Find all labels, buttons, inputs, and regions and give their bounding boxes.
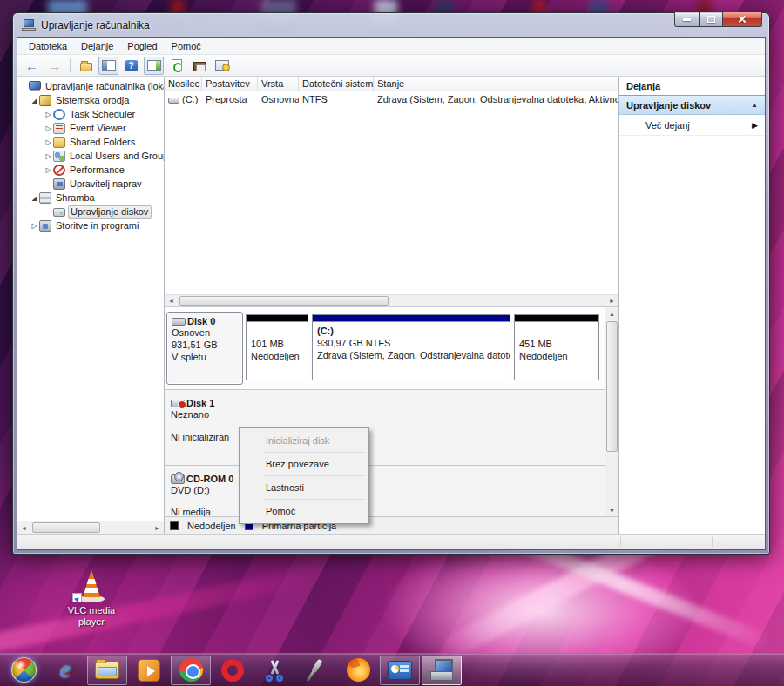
partition-c[interactable]: (C:)930,97 GB NTFSZdrava (Sistem, Zagon,…	[312, 314, 510, 380]
taskbar-media-player[interactable]	[129, 656, 169, 685]
tree-horizontal-scrollbar[interactable]: ◄ ►	[17, 521, 164, 534]
scroll-right-icon[interactable]: ►	[605, 298, 618, 304]
menu-dejanje[interactable]: Dejanje	[75, 39, 119, 53]
folder-icon	[80, 63, 92, 71]
disk0-label-cell[interactable]: Disk 0 Osnoven 931,51 GB V spletu	[166, 312, 243, 385]
tree-item-services[interactable]: ▷Storitve in programi	[17, 219, 164, 232]
shared-folders-icon	[53, 137, 65, 148]
event-viewer-icon	[53, 123, 65, 134]
context-menu-properties[interactable]: Lastnosti	[240, 477, 368, 498]
tree-item-local-users[interactable]: ▷Local Users and Groups	[17, 149, 164, 163]
volume-list-horizontal-scrollbar[interactable]: ◄ ►	[165, 294, 618, 307]
shortcut-arrow-icon	[72, 593, 82, 602]
column-header-postavitev[interactable]: Postavitev	[202, 77, 258, 91]
scroll-right-icon[interactable]: ►	[151, 525, 164, 531]
desktop-shortcut-vlc[interactable]: VLC media player	[54, 568, 129, 628]
context-menu-initialize-disk[interactable]: Inicializiraj disk	[240, 430, 368, 451]
scroll-up-icon[interactable]: ▲	[609, 307, 615, 319]
forward-icon: →	[48, 59, 61, 72]
actions-more-actions[interactable]: Več dejanj ▶	[619, 115, 765, 136]
tree-item-shared-folders[interactable]: ▷Shared Folders	[17, 135, 164, 149]
actions-group-disk-management[interactable]: Upravljanje diskov ▲	[619, 96, 765, 115]
help-button[interactable]: ?	[121, 57, 141, 75]
disk-management-icon	[53, 208, 65, 217]
statusbar-separator	[712, 537, 713, 547]
column-header-vrsta[interactable]: Vrsta	[258, 77, 299, 91]
tree-item-event-viewer[interactable]: ▷Event Viewer	[17, 121, 164, 135]
scrollbar-thumb[interactable]	[179, 296, 389, 306]
console-tree-icon	[102, 60, 116, 71]
scrollbar-thumb[interactable]	[32, 522, 100, 533]
forward-button[interactable]: →	[44, 57, 64, 75]
windows-explorer-icon	[95, 662, 119, 679]
taskbar-internet-explorer[interactable]: e	[45, 656, 85, 685]
scroll-left-icon[interactable]: ◄	[165, 298, 178, 304]
cdrom-row[interactable]: CD-ROM 0 DVD (D:) Ni medija	[165, 466, 605, 516]
disk-error-icon	[171, 400, 185, 407]
actions-title: Dejanja	[619, 77, 765, 96]
tree-item-device-manager[interactable]: Upravitelj naprav	[17, 177, 164, 191]
properties-button[interactable]	[189, 57, 209, 75]
scroll-down-icon[interactable]: ▼	[609, 504, 615, 516]
tree-item-storage[interactable]: ◢Shramba	[17, 191, 164, 205]
performance-icon	[53, 165, 65, 176]
scheduler-icon	[53, 109, 65, 120]
close-button[interactable]	[723, 12, 762, 27]
scrollbar-thumb[interactable]	[606, 321, 618, 452]
tree-item-system-tools[interactable]: ◢Sistemska orodja	[17, 93, 164, 107]
column-header-nosilec[interactable]: Nosilec	[165, 77, 202, 91]
taskbar-computer-management[interactable]	[422, 656, 462, 685]
media-player-icon	[138, 659, 160, 682]
column-header-datotecni-sistem[interactable]: Datotečni sistem	[299, 77, 374, 91]
partition-unallocated-1[interactable]: 101 MBNedodeljen	[246, 314, 308, 380]
disk0-row[interactable]: Disk 0 Osnoven 931,51 GB V spletu 101 MB…	[165, 307, 605, 390]
taskbar-firefox[interactable]	[338, 656, 378, 685]
console-customize-button[interactable]	[212, 57, 232, 75]
tree-item-root[interactable]: Upravljanje računalnika (lokaln	[17, 79, 164, 93]
console-tree-pane: Upravljanje računalnika (lokaln ◢Sistems…	[17, 77, 165, 534]
menu-datoteka[interactable]: Datoteka	[23, 39, 73, 53]
titlebar[interactable]: Upravljanje računalnika	[13, 13, 769, 37]
tree-item-disk-management[interactable]: Upravljanje diskov	[17, 205, 164, 219]
context-menu-help[interactable]: Pomoč	[240, 501, 368, 521]
volume-row-c[interactable]: (C:) Preprosta Osnovna NTFS Zdrava (Sist…	[165, 91, 618, 106]
cdrom-label-cell[interactable]: CD-ROM 0 DVD (D:) Ni medija	[166, 470, 243, 514]
disk1-label-cell[interactable]: Disk 1 Neznano Ni inicializiran	[166, 394, 243, 461]
column-header-stanje[interactable]: Stanje	[374, 77, 618, 91]
device-manager-icon	[53, 178, 65, 190]
menu-pogled[interactable]: Pogled	[121, 39, 163, 53]
taskbar-chrome[interactable]	[171, 656, 211, 685]
back-button[interactable]: ←	[22, 57, 42, 75]
start-button[interactable]	[3, 656, 44, 685]
graphical-view-vertical-scrollbar[interactable]: ▲ ▼	[605, 307, 618, 516]
context-menu-offline[interactable]: Brez povezave	[240, 454, 368, 474]
show-action-pane-button[interactable]	[144, 57, 164, 75]
partition-unallocated-2[interactable]: 451 MBNedodeljen	[514, 314, 599, 380]
taskbar-opera[interactable]	[213, 656, 253, 685]
taskbar-control-panel[interactable]	[380, 656, 420, 685]
scroll-left-icon[interactable]: ◄	[17, 525, 30, 531]
disk1-context-menu: Inicializiraj disk Brez povezave Lastnos…	[239, 427, 369, 524]
refresh-icon	[172, 59, 182, 71]
export-list-button[interactable]	[76, 57, 96, 75]
partition-color-bar	[247, 315, 308, 322]
volume-list: Nosilec Postavitev Vrsta Datotečni siste…	[165, 77, 618, 294]
show-console-tree-button[interactable]	[98, 57, 118, 75]
tree-item-task-scheduler[interactable]: ▷Task Scheduler	[17, 107, 164, 121]
refresh-button[interactable]	[166, 57, 186, 75]
minimize-button[interactable]	[674, 12, 700, 27]
taskbar-microphone-app[interactable]	[296, 656, 336, 685]
taskbar-snipping-tool[interactable]	[254, 656, 294, 685]
tree-item-performance[interactable]: ▷Performance	[17, 163, 164, 177]
graphical-view: Disk 0 Osnoven 931,51 GB V spletu 101 MB…	[165, 307, 618, 516]
partition-color-bar	[515, 315, 598, 322]
collapse-icon[interactable]: ▲	[751, 101, 758, 109]
maximize-button[interactable]	[700, 12, 723, 27]
disk1-row[interactable]: Disk 1 Neznano Ni inicializiran	[165, 390, 605, 466]
start-orb-icon	[11, 657, 37, 683]
computer-management-icon	[429, 659, 454, 682]
taskbar-windows-explorer[interactable]	[87, 656, 127, 685]
menu-pomoc[interactable]: Pomoč	[166, 39, 207, 53]
help-icon: ?	[125, 60, 138, 71]
legend-unallocated-label: Nedodeljen	[187, 521, 236, 531]
